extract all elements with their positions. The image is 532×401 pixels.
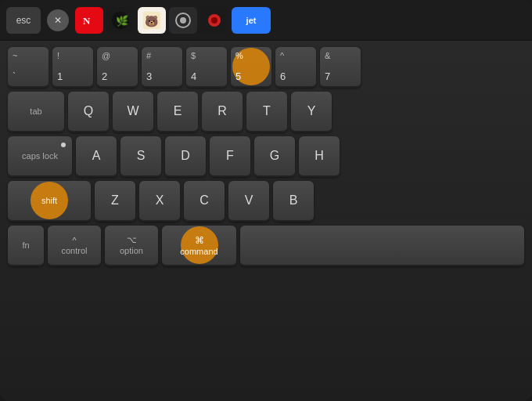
caps-indicator <box>61 143 66 147</box>
key-r[interactable]: R <box>202 92 243 132</box>
key-z[interactable]: Z <box>95 181 135 222</box>
key-f[interactable]: F <box>210 136 250 177</box>
key-w[interactable]: W <box>113 92 153 132</box>
key-7[interactable]: & 7 <box>320 47 361 88</box>
key-b[interactable]: B <box>273 181 314 222</box>
svg-text:N: N <box>83 15 91 27</box>
key-y[interactable]: Y <box>291 92 332 132</box>
key-6[interactable]: ^ 6 <box>275 47 316 88</box>
key-5[interactable]: % 5 <box>231 47 271 88</box>
ctrl-symbol: ^ <box>72 236 76 245</box>
key-d[interactable]: D <box>165 136 206 177</box>
key-tilde[interactable]: ~ ` <box>8 47 49 88</box>
circle-icon[interactable] <box>169 7 197 34</box>
asdf-row: caps lock A S D F G H <box>8 136 524 177</box>
key-fn[interactable]: fn <box>8 226 44 266</box>
key-q[interactable]: Q <box>68 92 109 132</box>
qwerty-row: tab Q W E R T Y <box>8 92 524 132</box>
option-symbol: ⌥ <box>127 235 137 245</box>
keyboard: esc ✕ N 🌿 🐻 jet <box>0 0 532 401</box>
svg-point-7 <box>180 17 186 23</box>
fn-label: fn <box>22 240 29 250</box>
svg-text:🐻: 🐻 <box>145 15 159 28</box>
key-caps-lock[interactable]: caps lock <box>8 136 72 177</box>
key-3[interactable]: # 3 <box>142 47 182 88</box>
key-e[interactable]: E <box>157 92 198 132</box>
key-t[interactable]: T <box>246 92 287 132</box>
key-control[interactable]: ^ control <box>48 226 101 266</box>
robinhood-icon[interactable]: 🌿 <box>106 7 135 34</box>
key-a[interactable]: A <box>76 136 117 177</box>
number-row: ~ ` ! 1 @ 2 # 3 <box>8 47 524 88</box>
ctrl-label: control <box>61 246 87 255</box>
command-symbol: ⌘ <box>195 235 204 246</box>
esc-label: esc <box>16 15 31 26</box>
esc-key[interactable]: esc <box>6 7 41 34</box>
key-tab[interactable]: tab <box>8 92 64 132</box>
key-v[interactable]: V <box>228 181 269 222</box>
record-icon[interactable] <box>200 7 228 34</box>
key-left-shift[interactable]: shift <box>8 181 91 222</box>
key-option[interactable]: ⌥ option <box>105 226 158 266</box>
key-4[interactable]: $ 4 <box>186 47 227 88</box>
key-s[interactable]: S <box>120 136 161 177</box>
key-c[interactable]: C <box>184 181 225 222</box>
key-space[interactable] <box>240 226 524 266</box>
key-1[interactable]: ! 1 <box>52 47 93 88</box>
jetbrains-icon[interactable]: jet <box>232 7 271 34</box>
key-2[interactable]: @ 2 <box>97 47 138 88</box>
tab-label: tab <box>30 107 41 116</box>
caps-lock-label: caps lock <box>22 151 58 161</box>
key-h[interactable]: H <box>299 136 340 177</box>
svg-point-9 <box>211 17 217 23</box>
bear-icon[interactable]: 🐻 <box>138 7 166 34</box>
close-button[interactable]: ✕ <box>47 9 69 31</box>
modifier-row: fn ^ control ⌥ option ⌘ command <box>8 226 524 266</box>
zxcv-row: shift Z X C V B <box>8 181 524 222</box>
netflix-icon[interactable]: N <box>75 7 103 34</box>
option-label: option <box>120 246 143 255</box>
touch-bar: esc ✕ N 🌿 🐻 jet <box>0 0 532 41</box>
shift-label: shift <box>41 196 57 205</box>
keyboard-rows: ~ ` ! 1 @ 2 # 3 <box>0 41 532 274</box>
svg-text:🌿: 🌿 <box>116 14 129 27</box>
key-command[interactable]: ⌘ command <box>162 226 236 266</box>
command-label: command <box>180 247 217 256</box>
key-g[interactable]: G <box>254 136 295 177</box>
key-x[interactable]: X <box>139 181 180 222</box>
